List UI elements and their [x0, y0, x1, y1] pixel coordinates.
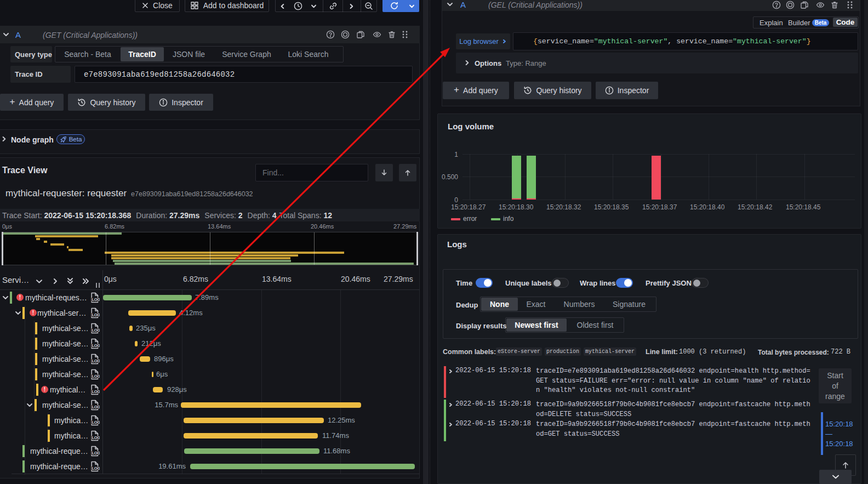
svg-text:LOG: LOG — [92, 466, 100, 471]
svg-text:LOG: LOG — [92, 435, 100, 440]
svg-text:LOG: LOG — [92, 374, 100, 379]
svg-text:LOG: LOG — [92, 328, 100, 333]
svg-text:LOG: LOG — [92, 420, 100, 425]
svg-text:LOG: LOG — [92, 297, 100, 302]
svg-text:LOG: LOG — [92, 405, 100, 409]
svg-text:LOG: LOG — [92, 358, 100, 363]
svg-text:LOG: LOG — [92, 312, 100, 317]
svg-text:LOG: LOG — [92, 451, 100, 455]
svg-text:LOG: LOG — [92, 343, 100, 348]
svg-text:LOG: LOG — [92, 389, 100, 394]
